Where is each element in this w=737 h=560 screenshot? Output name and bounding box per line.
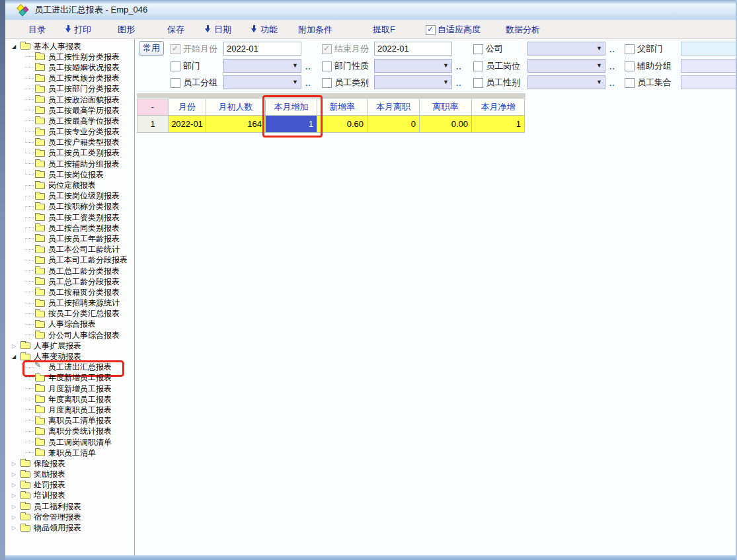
tree-item-label[interactable]: 培训报表: [34, 490, 65, 501]
tree-item-label[interactable]: 处罚报表: [34, 479, 65, 491]
tree-item[interactable]: 员工按辅助分组报表: [5, 159, 134, 169]
tree-item[interactable]: 物品领用报表: [5, 522, 134, 533]
tree-item-label[interactable]: 员工按户籍类型报表: [48, 137, 120, 148]
tree-item-label[interactable]: 员工本司工龄分段报表: [48, 255, 128, 266]
emp-category-checkbox[interactable]: [322, 78, 332, 88]
tree-item[interactable]: 基本人事报表: [5, 41, 134, 52]
aux-group-checkbox[interactable]: [625, 61, 635, 71]
emp-gender-browse-dots[interactable]: ..: [609, 79, 615, 88]
tree-item-label[interactable]: 员工福利报表: [34, 501, 81, 512]
tree-item-label[interactable]: 员工按岗位报表: [48, 169, 104, 180]
company-dropdown[interactable]: ▼: [527, 42, 605, 56]
tree-item[interactable]: 离职分类统计报表: [5, 426, 134, 437]
tree-item-label[interactable]: 员工按员工类别报表: [48, 147, 120, 159]
dept-nature-checkbox[interactable]: [322, 61, 332, 71]
tree-item[interactable]: 员工福利报表: [5, 501, 134, 512]
tree-item[interactable]: 员工按合同类别报表: [5, 223, 134, 233]
end-month-input[interactable]: [374, 42, 452, 56]
tree-item[interactable]: 员工调岗调职清单: [5, 437, 134, 448]
tree-item-label[interactable]: 年度离职员工报表: [48, 394, 112, 405]
header-cell-month-added[interactable]: 本月增加: [266, 99, 317, 116]
tree-item[interactable]: 员工总工龄分段报表: [5, 276, 134, 287]
tree-item-label[interactable]: 员工按籍贯分类报表: [48, 287, 120, 298]
tree-expand-icon[interactable]: [12, 44, 20, 50]
tree-expand-icon[interactable]: [12, 525, 20, 531]
tree-item[interactable]: 员工按岗位级别报表: [5, 191, 134, 202]
dept-dropdown[interactable]: ▼: [223, 59, 301, 73]
tree-item[interactable]: 员工按户籍类型报表: [5, 138, 134, 148]
tree-item[interactable]: 人事综合报表: [5, 319, 134, 330]
start-month-checkbox[interactable]: [171, 44, 180, 54]
tree-item[interactable]: 员工按招聘来源统计: [5, 298, 134, 309]
company-browse-dots[interactable]: ..: [609, 45, 615, 54]
tree-item-label[interactable]: 员工按部门分类报表: [48, 83, 120, 95]
emp-post-dropdown[interactable]: ▼: [527, 59, 605, 73]
data-cell-leave-rate[interactable]: 0.00: [420, 116, 472, 133]
menu-graph[interactable]: 图形: [118, 24, 135, 36]
menu-date[interactable]: 日期: [214, 24, 231, 36]
tree-item[interactable]: 员工按性别分类报表: [5, 52, 134, 62]
header-cell-begin-count[interactable]: 月初人数: [206, 99, 266, 116]
data-cell-net-increase[interactable]: 1: [472, 116, 525, 133]
menu-print[interactable]: 打印: [74, 24, 91, 36]
header-cell-add-rate[interactable]: 新增率: [317, 99, 368, 116]
tree-item-label[interactable]: 员工按员工年龄报表: [48, 233, 120, 245]
menu-data-analysis[interactable]: 数据分析: [506, 24, 540, 36]
data-cell-month-left[interactable]: 0: [368, 116, 420, 133]
tree-item[interactable]: 人事变动报表: [5, 351, 134, 362]
tree-item[interactable]: 保险报表: [5, 458, 134, 469]
menu-catalog[interactable]: 目录: [28, 24, 46, 36]
tree-item-label[interactable]: 员工总工龄分类报表: [48, 266, 120, 277]
tree-item-label[interactable]: 兼职员工清单: [48, 448, 96, 459]
tree-item[interactable]: 员工按部门分类报表: [5, 84, 134, 95]
tree-item-label[interactable]: 宿舍管理报表: [34, 512, 81, 523]
tree-item[interactable]: 员工按职称分类报表: [5, 202, 134, 212]
header-cell-leave-rate[interactable]: 离职率: [420, 99, 472, 116]
emp-set-field[interactable]: [681, 75, 737, 89]
tree-item[interactable]: 员工按岗位报表: [5, 169, 134, 180]
tree-item-label[interactable]: 员工按辅助分组报表: [48, 159, 120, 170]
emp-category-browse-dots[interactable]: ..: [456, 79, 462, 88]
tree-item[interactable]: 员工按政治面貌报表: [5, 95, 134, 105]
tree-item[interactable]: 员工按专业分类报表: [5, 127, 134, 138]
data-cell-index[interactable]: 1: [137, 116, 169, 133]
emp-gender-dropdown[interactable]: ▼: [527, 75, 605, 89]
emp-post-checkbox[interactable]: [473, 61, 483, 71]
tree-expand-icon[interactable]: [12, 493, 20, 499]
tree-item-label[interactable]: 保险报表: [34, 458, 65, 469]
tree-item-label[interactable]: 员工按性别分类报表: [48, 52, 120, 63]
tree-item[interactable]: 培训报表: [5, 491, 134, 501]
header-cell-net-increase[interactable]: 本月净增: [472, 99, 525, 116]
tree-item[interactable]: 岗位定额报表: [5, 180, 134, 190]
tree-item-label[interactable]: 员工按招聘来源统计: [48, 298, 120, 309]
tree-item-label[interactable]: 员工按婚姻状况报表: [48, 62, 120, 73]
data-cell-month-added-selected[interactable]: 1: [266, 116, 317, 133]
tree-item[interactable]: 员工进出汇总报表: [5, 362, 134, 373]
autofit-checkbox[interactable]: [426, 25, 436, 35]
tree-item-label[interactable]: 月度离职员工报表: [48, 405, 112, 416]
tree-expand-icon[interactable]: [12, 482, 20, 488]
start-month-input[interactable]: [223, 42, 301, 56]
header-cell-month-left[interactable]: 本月离职: [368, 99, 420, 116]
menu-extract[interactable]: 提取F: [373, 24, 395, 36]
tree-item[interactable]: 人事扩展报表: [5, 340, 134, 351]
aux-group-field[interactable]: [681, 59, 737, 73]
tree-item-label[interactable]: 员工总工龄分段报表: [48, 276, 120, 288]
tree-item[interactable]: 员工按最高学历报表: [5, 105, 134, 116]
tree-item[interactable]: 年度离职员工报表: [5, 394, 134, 405]
data-cell-month[interactable]: 2022-01: [169, 116, 206, 133]
tree-expand-icon[interactable]: [12, 343, 20, 349]
emp-post-browse-dots[interactable]: ..: [609, 62, 615, 71]
emp-group-browse-dots[interactable]: ..: [305, 79, 311, 88]
tree-item-label[interactable]: 员工按合同类别报表: [48, 223, 120, 234]
tree-item-label[interactable]: 分公司人事综合报表: [48, 330, 120, 341]
data-cell-add-rate[interactable]: 0.60: [317, 116, 368, 133]
tree-item-label[interactable]: 年度新增员工报表: [48, 372, 112, 383]
menu-extra-condition[interactable]: 附加条件: [298, 24, 332, 36]
tree-expand-icon[interactable]: [12, 514, 20, 520]
parent-dept-field[interactable]: [681, 42, 737, 56]
tree-item[interactable]: 宿舍管理报表: [5, 512, 134, 522]
tree-item-label[interactable]: 人事扩展报表: [34, 340, 81, 352]
data-cell-begin-count[interactable]: 164: [206, 116, 266, 133]
tree-expand-icon[interactable]: [12, 461, 20, 467]
